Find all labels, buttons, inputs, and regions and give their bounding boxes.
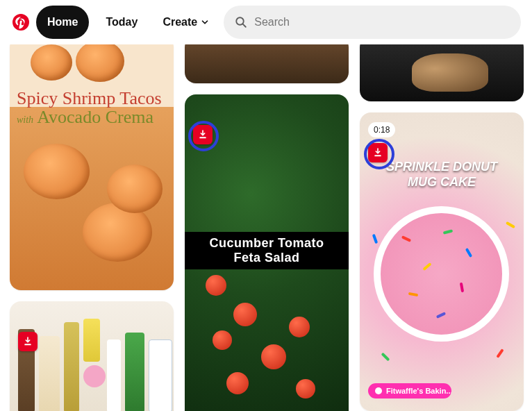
download-badge[interactable] <box>18 332 38 351</box>
food-glyph <box>31 44 72 81</box>
food-glyph <box>76 40 124 82</box>
svg-line-2 <box>243 24 246 27</box>
video-duration-badge: 0:18 <box>368 122 395 137</box>
download-icon <box>372 147 383 158</box>
product-glyph <box>39 336 60 411</box>
pin-card-donut[interactable]: 0:18 SPRINKLE DONUT MUG CAKE Fitwaffle's… <box>360 112 524 411</box>
pin-card-tacos[interactable]: Spicy Shrimp Tacos with Avocado Crema <box>10 36 174 290</box>
search-input[interactable] <box>254 16 510 28</box>
pin-card-shelf[interactable] <box>10 301 174 411</box>
nav-home[interactable]: Home <box>36 6 89 39</box>
product-glyph <box>107 339 121 411</box>
user-label: Fitwaffle's Bakin... <box>386 387 451 395</box>
download-badge[interactable] <box>368 143 388 162</box>
food-glyph <box>213 330 232 350</box>
chevron-down-icon <box>200 17 210 27</box>
svg-rect-4 <box>199 137 206 138</box>
sprinkle-glyph <box>506 221 515 228</box>
nav-today[interactable]: Today <box>94 6 149 39</box>
overlay-line: MUG CAKE <box>379 175 504 190</box>
pinterest-logo[interactable] <box>11 12 31 32</box>
mug-glyph <box>374 206 509 342</box>
pin-overlay-title: SPRINKLE DONUT MUG CAKE <box>379 160 504 190</box>
food-glyph <box>233 303 257 326</box>
pin-card-salad[interactable]: Cucumber Tomato Feta Salad <box>185 94 349 411</box>
user-dot <box>375 387 382 394</box>
pinterest-icon <box>13 14 29 31</box>
food-glyph <box>107 165 163 213</box>
nav-create-label: Create <box>163 16 197 28</box>
search-icon <box>235 16 247 28</box>
svg-rect-5 <box>374 155 381 156</box>
overlay-with: with <box>17 115 33 125</box>
product-glyph <box>83 319 100 362</box>
svg-rect-3 <box>24 344 31 345</box>
download-icon <box>197 129 208 140</box>
download-badge[interactable] <box>193 125 213 144</box>
search-bar[interactable] <box>224 6 521 39</box>
nav-create[interactable]: Create <box>154 6 218 39</box>
food-glyph <box>296 379 315 399</box>
pin-feed: Spicy Shrimp Tacos with Avocado Crema Cu… <box>0 44 532 411</box>
sprinkle-glyph <box>381 353 390 362</box>
product-glyph <box>64 322 79 411</box>
product-glyph <box>125 333 144 411</box>
food-glyph <box>261 344 286 369</box>
overlay-line: Cucumber Tomato <box>188 236 346 251</box>
overlay-line: SPRINKLE DONUT <box>379 160 504 175</box>
pin-card-lighter[interactable] <box>360 36 524 101</box>
top-nav: Home Today Create <box>0 0 532 44</box>
pin-overlay-title: Cucumber Tomato Feta Salad <box>185 232 349 269</box>
user-attribution-pill[interactable]: Fitwaffle's Bakin... <box>368 383 451 399</box>
download-icon <box>22 336 33 347</box>
pin-overlay-title: Spicy Shrimp Tacos with Avocado Crema <box>17 89 162 127</box>
sprinkle-glyph <box>496 349 504 358</box>
overlay-line: Spicy Shrimp Tacos <box>17 88 162 108</box>
food-glyph <box>206 275 226 296</box>
product-glyph <box>149 339 172 411</box>
sprinkle-glyph <box>372 234 379 244</box>
food-glyph <box>24 144 90 199</box>
product-glyph <box>83 365 106 387</box>
food-glyph <box>289 317 310 337</box>
overlay-line: Avocado Crema <box>37 107 153 127</box>
overlay-line: Feta Salad <box>188 251 346 265</box>
food-glyph <box>226 372 249 394</box>
hand-glyph <box>412 53 488 92</box>
